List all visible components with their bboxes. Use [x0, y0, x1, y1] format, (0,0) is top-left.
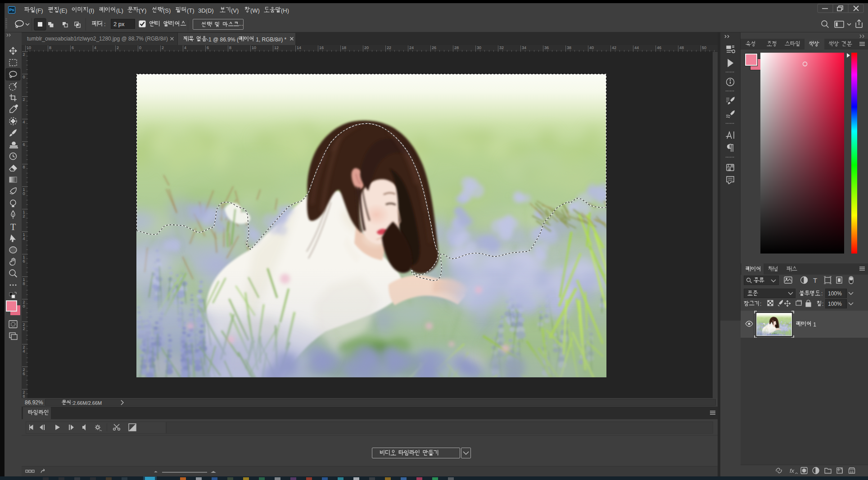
- svg-text:12: 12: [274, 45, 279, 50]
- svg-text:22: 22: [387, 45, 391, 50]
- svg-text:6: 6: [72, 45, 74, 50]
- svg-text:6: 6: [23, 371, 25, 376]
- svg-text:46: 46: [657, 45, 661, 50]
- svg-text:8: 8: [49, 45, 51, 50]
- svg-text:8: 8: [229, 45, 231, 50]
- svg-text:30: 30: [477, 45, 481, 50]
- svg-text:10: 10: [252, 45, 256, 50]
- svg-text:fx: fx: [790, 467, 795, 474]
- svg-text:42: 42: [612, 45, 616, 50]
- svg-text:2: 2: [162, 45, 164, 50]
- svg-text:20: 20: [364, 45, 369, 50]
- svg-text:14: 14: [297, 45, 301, 50]
- svg-text:T: T: [813, 276, 817, 284]
- svg-text:2: 2: [23, 326, 25, 331]
- svg-text:44: 44: [634, 45, 639, 50]
- svg-text:0: 0: [23, 191, 25, 196]
- svg-text:0: 0: [23, 304, 25, 308]
- svg-text:32: 32: [499, 45, 504, 50]
- svg-text:36: 36: [544, 45, 549, 50]
- svg-text:2: 2: [23, 214, 25, 218]
- svg-text:4: 4: [23, 120, 25, 124]
- svg-text:4: 4: [23, 236, 25, 241]
- svg-text:50: 50: [702, 45, 706, 50]
- svg-text:6: 6: [207, 45, 209, 50]
- svg-text:24: 24: [409, 45, 414, 50]
- svg-text:2: 2: [23, 97, 25, 102]
- svg-text:48: 48: [679, 45, 684, 50]
- svg-text:8: 8: [23, 394, 25, 398]
- svg-text:10: 10: [27, 45, 31, 50]
- svg-text:0: 0: [139, 45, 141, 50]
- svg-text:4: 4: [94, 45, 96, 50]
- svg-text:0: 0: [23, 75, 25, 79]
- svg-text:28: 28: [454, 45, 459, 50]
- svg-text:2: 2: [117, 45, 119, 50]
- svg-text:8: 8: [23, 165, 25, 169]
- svg-text:6: 6: [23, 142, 25, 147]
- svg-text:18: 18: [342, 45, 346, 50]
- svg-text:4: 4: [184, 45, 186, 50]
- svg-text:8: 8: [23, 281, 25, 286]
- svg-text:6: 6: [23, 259, 25, 263]
- svg-text:40: 40: [589, 45, 594, 50]
- svg-text:2: 2: [23, 52, 25, 57]
- svg-text:38: 38: [567, 45, 571, 50]
- svg-text:26: 26: [432, 45, 436, 50]
- svg-text:T: T: [10, 222, 16, 232]
- svg-text:34: 34: [522, 45, 526, 50]
- svg-text:16: 16: [319, 45, 324, 50]
- svg-text:4: 4: [23, 349, 25, 353]
